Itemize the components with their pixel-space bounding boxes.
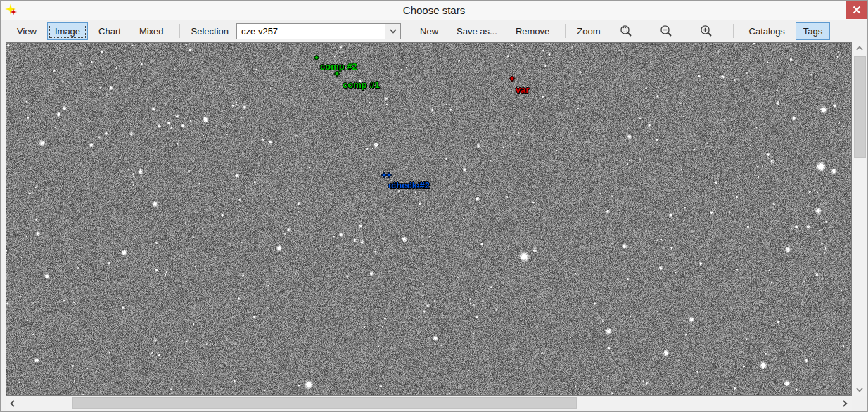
chevron-up-icon [855, 44, 864, 53]
save-as-button[interactable]: Save as... [449, 22, 505, 40]
zoom-out-button[interactable] [657, 22, 676, 40]
combobox-dropdown-button[interactable] [385, 24, 400, 39]
zoom-fit-icon [620, 25, 633, 38]
scrollbar-corner [852, 396, 867, 411]
tags-button[interactable]: Tags [796, 22, 830, 40]
selection-combobox-value: cze v257 [237, 26, 385, 37]
starfield-image[interactable] [6, 43, 851, 395]
close-icon [853, 6, 861, 14]
scroll-right-button[interactable] [838, 396, 852, 411]
image-button[interactable]: Image [47, 22, 88, 40]
zoom-in-icon [700, 25, 713, 38]
image-viewport: comp #2 comp #1 var check #1 check #2 [6, 42, 852, 396]
titlebar[interactable]: Choose stars [1, 1, 867, 20]
vertical-scrollbar-thumb[interactable] [854, 56, 866, 158]
marker-comp2-label: comp #2 [320, 62, 357, 71]
content-area: comp #2 comp #1 var check #1 check #2 [1, 42, 867, 396]
toolbar-separator [179, 24, 180, 38]
chevron-down-icon [855, 385, 864, 394]
close-button[interactable] [846, 1, 867, 19]
vertical-scrollbar[interactable] [852, 42, 867, 396]
mixed-button[interactable]: Mixed [132, 22, 172, 40]
zoom-in-button[interactable] [697, 22, 716, 40]
chevron-right-icon [841, 399, 849, 408]
zoom-label: Zoom [577, 26, 600, 37]
scroll-left-button[interactable] [6, 396, 20, 411]
bottom-scroll-area [6, 396, 867, 411]
zoom-out-icon [660, 25, 673, 38]
scroll-up-button[interactable] [852, 42, 867, 55]
chart-button[interactable]: Chart [91, 22, 129, 40]
chevron-down-icon [388, 26, 398, 36]
marker-var-label: var [516, 85, 530, 94]
remove-button[interactable]: Remove [508, 22, 557, 40]
toolbar-separator [565, 24, 566, 38]
choose-stars-window: Choose stars View Image Chart Mixed Sele… [0, 0, 868, 412]
selection-combobox[interactable]: cze v257 [236, 23, 401, 39]
zoom-fit-button[interactable] [617, 22, 636, 40]
marker-comp1-label: comp #1 [343, 80, 380, 89]
horizontal-scrollbar-thumb[interactable] [72, 397, 577, 409]
new-button[interactable]: New [412, 22, 446, 40]
selection-label: Selection [191, 26, 229, 37]
toolbar-separator [733, 24, 734, 38]
star-sparkle-icon [4, 3, 20, 18]
horizontal-scrollbar[interactable] [6, 396, 852, 411]
scroll-down-button[interactable] [852, 383, 867, 396]
chevron-left-icon [8, 399, 17, 408]
view-button[interactable]: View [9, 22, 44, 40]
catalogs-button[interactable]: Catalogs [741, 22, 793, 40]
window-title: Choose stars [1, 4, 867, 16]
toolbar: View Image Chart Mixed Selection cze v25… [1, 20, 867, 42]
marker-check2-label: check #2 [391, 181, 430, 190]
